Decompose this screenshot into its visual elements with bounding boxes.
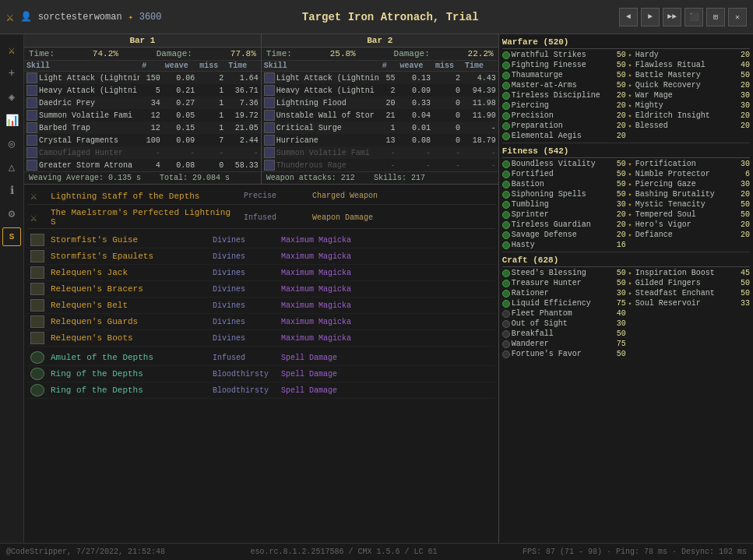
- skill-val: 6: [728, 170, 750, 178]
- armor-name: Relequen's Jack: [51, 268, 206, 277]
- sidebar-item-info[interactable]: ℹ: [2, 181, 21, 199]
- skill-miss: 0: [433, 134, 463, 146]
- expand-btn[interactable]: ⊞: [706, 8, 725, 26]
- table-row: Critical Surge 1 0.01 0 -: [262, 122, 498, 134]
- skill-time: 4.43: [463, 72, 498, 85]
- jewelry-quality: Bloodthirsty: [213, 386, 275, 395]
- next-btn[interactable]: ►►: [663, 8, 681, 26]
- skill-val: 20: [604, 91, 626, 100]
- sidebar-item-triangle[interactable]: △: [2, 157, 21, 176]
- close-btn[interactable]: ✕: [728, 8, 747, 26]
- armor-row: Relequen's Bracers Divines Maximum Magic…: [27, 281, 495, 298]
- skill-weave: -: [397, 159, 433, 171]
- user-icon: 👤: [20, 11, 32, 23]
- sidebar-item-add[interactable]: +: [2, 64, 21, 83]
- jewelry-row: Ring of the Depths Bloodthirsty Spell Da…: [27, 382, 495, 399]
- armor-enchant: Maximum Magicka: [281, 269, 351, 277]
- sidebar-item-chart[interactable]: 📊: [2, 111, 21, 129]
- table-row: Heavy Attack (Lightni 5 0.21 1 36.71: [24, 84, 261, 97]
- skill-star: ✦: [626, 211, 634, 218]
- table-row: Crystal Fragments 100 0.09 7 2.44: [24, 134, 261, 146]
- skill-name: Out of Sight: [512, 319, 603, 328]
- weapon2-row: ⚔ The Maelstrom's Perfected Lightning S …: [27, 206, 495, 229]
- skill-row-left: Tireless Discipline 20: [502, 90, 626, 100]
- col2-miss: miss: [433, 61, 463, 72]
- skill-count: 150: [139, 72, 163, 85]
- username: sorctesterwoman: [38, 12, 122, 23]
- sidebar-item-settings[interactable]: ⚙: [2, 204, 21, 223]
- skill-dot: [502, 191, 510, 199]
- skill-dot: [502, 51, 510, 59]
- table-row: Light Attack (Lightnin 55 0.13 2 4.43: [262, 72, 498, 85]
- skill-row-left: Piercing 20: [502, 100, 626, 111]
- skill-name: Flawless Ritual: [635, 61, 727, 69]
- bar1: Bar 1 Time: 74.2% Damage: 77.8% Skill # …: [24, 34, 262, 184]
- skill-val: 30: [728, 91, 750, 100]
- skill-name: Defiance: [635, 231, 727, 239]
- skill-dot: [502, 211, 510, 219]
- skill-time: 11.98: [463, 97, 498, 109]
- skill-weave: 0.05: [163, 109, 197, 122]
- skill-val: 20: [728, 231, 750, 239]
- skill-val: 20: [604, 132, 626, 140]
- sidebar-item-s[interactable]: S: [2, 227, 21, 246]
- skill-row-left: Thaumaturge 50: [502, 70, 626, 80]
- armor-quality: Divines: [213, 285, 275, 294]
- armor-enchant: Maximum Magicka: [281, 285, 351, 294]
- skill-icon: [26, 160, 37, 171]
- skill-name: Fortified: [512, 170, 603, 178]
- bar2: Bar 2 Time: 25.8% Damage: 22.2% Skill # …: [262, 34, 498, 184]
- armor-quality: Divines: [213, 252, 275, 261]
- skill-dot: [502, 350, 510, 358]
- armor-icon: [30, 299, 44, 312]
- skill-name: Bastion: [512, 180, 603, 188]
- sidebar-item-circle[interactable]: ◎: [2, 134, 21, 153]
- skill-name: Tumbling: [512, 200, 603, 209]
- skill-dot: [502, 269, 510, 277]
- skill-name: Steadfast Enchant: [635, 289, 727, 298]
- prev-btn[interactable]: ◄: [619, 8, 638, 26]
- bottom-version: eso.rc.8.1.2.2517586 / CMX 1.5.6 / LC 61: [250, 548, 437, 556]
- skill-row-right: ✦ Defiance 20: [626, 230, 750, 240]
- skill-miss: 1: [197, 122, 226, 134]
- armor-name: Stormfist's Guise: [51, 235, 206, 245]
- skill-star: ✦: [626, 160, 634, 167]
- skill-miss: -: [433, 159, 463, 171]
- skill-name-cell: Summon Volatile Fami: [262, 146, 380, 159]
- skill-val: 20: [728, 111, 750, 120]
- skill-icon: [26, 85, 37, 96]
- skill-star: ✦: [626, 62, 634, 69]
- skill-time: -: [226, 146, 261, 159]
- skill-row-left: Tireless Guardian 20: [502, 220, 626, 230]
- skill-val: 50: [604, 71, 626, 79]
- warfare-header: Warfare (520): [502, 36, 750, 49]
- jewelry-icon: [30, 384, 44, 396]
- skill-val: 20: [728, 220, 750, 229]
- play-btn[interactable]: ►: [641, 8, 660, 26]
- record-btn[interactable]: ⬛: [684, 8, 703, 26]
- skill-row-left: Boundless Vitality 50: [502, 159, 626, 169]
- skill-row-right: ✦ Battle Mastery 50: [626, 70, 750, 80]
- sidebar-item-diamond[interactable]: ◈: [2, 87, 21, 106]
- skill-row-right: [626, 319, 750, 329]
- skill-miss: 0: [433, 109, 463, 122]
- skill-val: 33: [728, 299, 750, 308]
- bar1-footer: Weaving Average: 0.135 s Total: 29.084 s: [24, 171, 261, 184]
- fitness-header: Fitness (542): [502, 145, 750, 158]
- skill-icon: [26, 110, 37, 121]
- jewelry-icon: [30, 351, 44, 364]
- skill-time: -: [463, 122, 498, 134]
- armor-quality: Divines: [213, 334, 275, 343]
- skill-miss: 7: [197, 134, 226, 146]
- sidebar-item-combat[interactable]: ⚔: [2, 41, 21, 59]
- skill-val: 20: [604, 122, 626, 130]
- skill-dot: [502, 300, 510, 308]
- skill-row-right: ✦ Flawless Ritual 40: [626, 60, 750, 70]
- skill-count: 20: [380, 97, 398, 109]
- skill-star: ✦: [626, 191, 634, 198]
- skill-name: Mystic Tenacity: [635, 200, 727, 209]
- skill-val: 50: [728, 289, 750, 298]
- skill-val: 20: [604, 231, 626, 239]
- skill-star: ✦: [626, 92, 634, 99]
- bar1-header: Bar 1: [24, 34, 261, 48]
